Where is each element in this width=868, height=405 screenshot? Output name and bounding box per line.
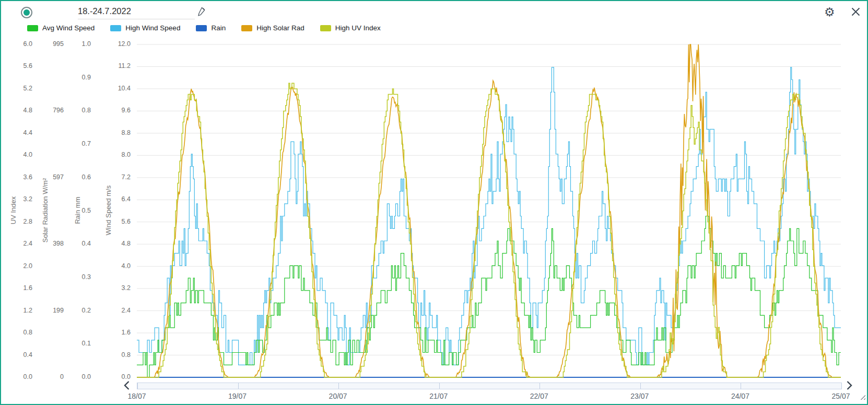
series-avg-wind-speed bbox=[137, 216, 841, 378]
rain-tick-label: 0.5 bbox=[67, 207, 91, 214]
uv-tick-label: 1.2 bbox=[8, 307, 32, 314]
rain-tick-label: 1.0 bbox=[67, 40, 91, 48]
x-axis-label: 18/07 bbox=[127, 392, 146, 400]
uv-tick-label: 2.0 bbox=[8, 262, 32, 270]
uv-tick-label: 0.8 bbox=[8, 329, 32, 336]
uv-tick-label: 6.0 bbox=[8, 40, 32, 48]
x-axis-label: 20/07 bbox=[329, 392, 347, 400]
uv-tick-label: 2.4 bbox=[8, 240, 32, 247]
uv-tick-label: 0.4 bbox=[8, 351, 32, 358]
solar-tick-label: 0 bbox=[40, 373, 64, 380]
uv-tick-label: 3.2 bbox=[8, 195, 32, 203]
uv-tick-label: 2.8 bbox=[8, 218, 32, 225]
rain-tick-label: 0.2 bbox=[67, 307, 91, 314]
solar-tick-label: 597 bbox=[40, 173, 64, 181]
rain-tick-label: 0.0 bbox=[67, 373, 91, 380]
x-axis-label: 23/07 bbox=[630, 392, 649, 400]
rain-tick-label: 0.3 bbox=[67, 273, 91, 281]
uv-tick-label: 4.0 bbox=[8, 151, 32, 158]
x-axis-label: 21/07 bbox=[429, 392, 448, 400]
x-axis-label: 19/07 bbox=[228, 392, 247, 400]
chevron-right-icon[interactable] bbox=[846, 380, 853, 392]
wind-tick-label: 8.8 bbox=[107, 129, 131, 136]
x-axis-label: 24/07 bbox=[731, 392, 749, 400]
wind-tick-label: 10.4 bbox=[107, 85, 131, 92]
scrollbar-day-tick bbox=[338, 383, 339, 389]
rain-tick-label: 0.1 bbox=[67, 340, 91, 347]
scrollbar-day-tick bbox=[137, 383, 138, 389]
uv-tick-label: 1.6 bbox=[8, 284, 32, 292]
uv-tick-label: 5.2 bbox=[8, 85, 32, 92]
uv-tick-label: 0.0 bbox=[8, 373, 32, 380]
scrollbar-day-tick bbox=[238, 383, 239, 389]
scrollbar-day-tick bbox=[539, 383, 540, 389]
rain-tick-label: 0.4 bbox=[67, 240, 91, 247]
wind-tick-label: 2.4 bbox=[107, 307, 131, 314]
wind-tick-label: 0.8 bbox=[107, 351, 131, 358]
wind-tick-label: 1.6 bbox=[107, 329, 131, 336]
wind-tick-label: 11.2 bbox=[107, 62, 131, 70]
wind-tick-label: 9.6 bbox=[107, 107, 131, 114]
scrollbar-day-tick bbox=[841, 383, 842, 389]
time-scrollbar[interactable] bbox=[137, 383, 842, 389]
rain-tick-label: 0.7 bbox=[67, 140, 91, 147]
rain-tick-label: 0.8 bbox=[67, 107, 91, 114]
wind-tick-label: 3.2 bbox=[107, 284, 131, 292]
chart-plot-area bbox=[1, 1, 867, 404]
wind-tick-label: 7.2 bbox=[107, 173, 131, 181]
scrollbar-day-tick bbox=[741, 383, 741, 389]
solar-tick-label: 398 bbox=[40, 240, 64, 247]
wind-tick-label: 4.0 bbox=[107, 262, 131, 270]
uv-tick-label: 3.6 bbox=[8, 173, 32, 181]
uv-tick-label: 5.6 bbox=[8, 62, 32, 70]
scrollbar-day-tick bbox=[640, 383, 641, 389]
wind-tick-label: 6.4 bbox=[107, 195, 131, 203]
scrollbar-day-tick bbox=[439, 383, 440, 389]
wind-tick-label: 8.0 bbox=[107, 151, 131, 158]
solar-tick-label: 796 bbox=[40, 107, 64, 114]
solar-tick-label: 199 bbox=[40, 307, 64, 314]
wind-tick-label: 12.0 bbox=[107, 40, 131, 48]
rain-tick-label: 0.6 bbox=[67, 173, 91, 181]
x-axis-label: 22/07 bbox=[530, 392, 548, 400]
solar-tick-label: 995 bbox=[40, 40, 64, 48]
rain-tick-label: 0.9 bbox=[67, 74, 91, 81]
wind-tick-label: 0.0 bbox=[107, 373, 131, 380]
chevron-left-icon[interactable] bbox=[123, 380, 130, 392]
uv-tick-label: 4.4 bbox=[8, 129, 32, 136]
uv-tick-label: 4.8 bbox=[8, 107, 32, 114]
x-axis-label: 25/07 bbox=[831, 392, 850, 400]
weather-chart-widget: 18.-24.7.2022 ⚙ Avg Wind SpeedHigh Wind … bbox=[0, 0, 868, 405]
wind-tick-label: 5.6 bbox=[107, 218, 131, 225]
wind-tick-label: 4.8 bbox=[107, 240, 131, 247]
